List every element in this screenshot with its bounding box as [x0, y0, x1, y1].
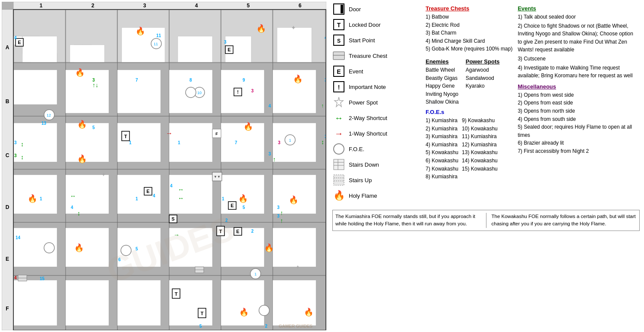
tc-item-1: 1) Batbow [426, 13, 512, 21]
svg-text:3: 3 [277, 205, 280, 210]
misc-list: 1) Opens from west side 2) Opens from ea… [518, 91, 638, 155]
svg-text:↑: ↑ [321, 103, 324, 109]
power-spot-icon [332, 96, 345, 109]
svg-text:4: 4 [195, 3, 198, 9]
svg-text:7: 7 [235, 140, 237, 145]
legend-item-2way: ↔ 2-Way Shortcut [332, 111, 419, 124]
2way-shortcut-label: 2-Way Shortcut [349, 115, 387, 121]
enemies-list: Battle Wheel Beastly Gigas Happy Gene In… [426, 66, 459, 106]
legend-item-locked-door: T Locked Door [332, 18, 419, 31]
treasure-chests-title: Treasure Chests [426, 5, 512, 12]
svg-text:🔥: 🔥 [75, 68, 85, 77]
svg-text:🔥: 🔥 [136, 26, 145, 36]
svg-text:🔥: 🔥 [289, 195, 299, 205]
treasure-chest-label: Treasure Chest [349, 53, 387, 59]
svg-text:→: → [166, 130, 173, 137]
svg-text:🔥: 🔥 [264, 243, 274, 253]
holy-flame-icon: 🔥 [332, 189, 345, 202]
svg-rect-9 [2, 9, 13, 330]
events-title: Events [518, 5, 640, 12]
foes-col2: 9) Kowakashu 10) Kowakashu 11) Kumiashir… [462, 117, 498, 181]
important-note-icon: ! [332, 80, 345, 93]
svg-rect-53 [277, 28, 312, 62]
svg-rect-73 [66, 228, 109, 267]
notes-divider [486, 213, 486, 228]
svg-text:5: 5 [199, 324, 202, 329]
svg-text:B: B [6, 98, 9, 104]
foes-col1: 1) Kumiashira 2) Kumiashira 3) Kumiashir… [426, 117, 458, 181]
legend-item-1way: → 1-Way Shortcut [332, 127, 419, 140]
svg-text:F: F [6, 306, 9, 312]
note-kowakashu: The Kowakashu FOE normally follows a cer… [492, 213, 637, 228]
event-icon: E [332, 65, 345, 78]
svg-text:E: E [6, 256, 9, 262]
legend-item-holy-flame: 🔥 Holy Flame [332, 189, 419, 202]
svg-text:T: T [201, 311, 204, 316]
svg-text:T: T [175, 291, 178, 297]
foe-icon [332, 142, 345, 155]
svg-rect-81 [169, 280, 212, 326]
map-wrapper: 1 2 3 4 5 6 A B C D E F [2, 2, 326, 330]
misc-title: Miscellaneous [518, 83, 640, 90]
svg-text:3: 3 [14, 140, 17, 145]
svg-rect-78 [14, 280, 57, 326]
stairs-up-icon [332, 174, 345, 187]
svg-text:↔: ↔ [178, 195, 184, 202]
foe-label: F.O.E. [349, 146, 364, 152]
door-label: Door [349, 6, 361, 13]
svg-text:↕: ↕ [21, 154, 24, 161]
svg-rect-62 [117, 123, 161, 162]
svg-rect-202 [341, 5, 343, 13]
legend-item-foe: F.O.E. [332, 142, 419, 155]
svg-text:13: 13 [41, 121, 47, 126]
svg-text:✦: ✦ [295, 264, 300, 271]
svg-text:↔: ↔ [178, 186, 184, 193]
svg-text:GAMER GUIDES: GAMER GUIDES [279, 324, 313, 329]
svg-text:3: 3 [143, 3, 146, 9]
svg-text:3: 3 [224, 40, 227, 44]
svg-text:1: 1 [222, 196, 224, 201]
svg-rect-77 [273, 228, 316, 267]
svg-rect-63 [169, 123, 212, 162]
svg-text:4: 4 [71, 205, 73, 210]
tc-item-5: 5) Goba-K More (requires 100% map) [426, 45, 512, 53]
legend-item-power: Power Spot [332, 96, 419, 109]
svg-text:E: E [230, 203, 234, 208]
svg-text:E: E [236, 229, 239, 234]
svg-text:🔥: 🔥 [243, 122, 253, 131]
svg-text:C: C [6, 152, 9, 158]
svg-text:T: T [124, 134, 127, 139]
svg-rect-214 [334, 159, 344, 170]
svg-text:2: 2 [92, 3, 95, 9]
svg-text:3: 3 [268, 152, 271, 156]
svg-text:8: 8 [189, 78, 192, 82]
1way-shortcut-icon: → [332, 127, 345, 140]
svg-text:4: 4 [14, 275, 17, 280]
svg-text:✦: ✦ [101, 171, 106, 178]
svg-text:14: 14 [16, 235, 21, 240]
legend-item-chest: Treasure Chest [332, 49, 419, 62]
info-section: Door T Locked Door S [328, 0, 644, 332]
legend-item-start: S Start Point [332, 34, 419, 47]
power-spots-list: Agarwood Sandalwood Kyarako [466, 66, 500, 90]
svg-text:E: E [146, 189, 149, 194]
svg-rect-79 [66, 280, 109, 326]
svg-text:11: 11 [154, 42, 158, 46]
legend-item-stairs-down: Stairs Down [332, 158, 419, 171]
svg-text:3: 3 [251, 89, 254, 93]
svg-text:3: 3 [278, 140, 281, 145]
door-icon [332, 3, 345, 16]
map-grid: 1 2 3 4 5 6 A B C D E F [2, 2, 326, 330]
holy-flame-label: Holy Flame [349, 193, 377, 199]
bottom-notes: The Kumiashira FOE normally stands still… [332, 210, 640, 231]
svg-text:2: 2 [251, 229, 254, 234]
svg-rect-82 [221, 280, 264, 326]
svg-text:↑: ↑ [280, 209, 283, 216]
svg-rect-54 [14, 70, 57, 104]
svg-text:↕: ↕ [321, 139, 324, 145]
svg-text:↕: ↕ [77, 210, 80, 217]
legend-item-event: E Event [332, 65, 419, 78]
svg-text:↑↓: ↑↓ [92, 82, 98, 89]
svg-rect-51 [178, 36, 212, 62]
locked-door-label: Locked Door [349, 22, 381, 28]
